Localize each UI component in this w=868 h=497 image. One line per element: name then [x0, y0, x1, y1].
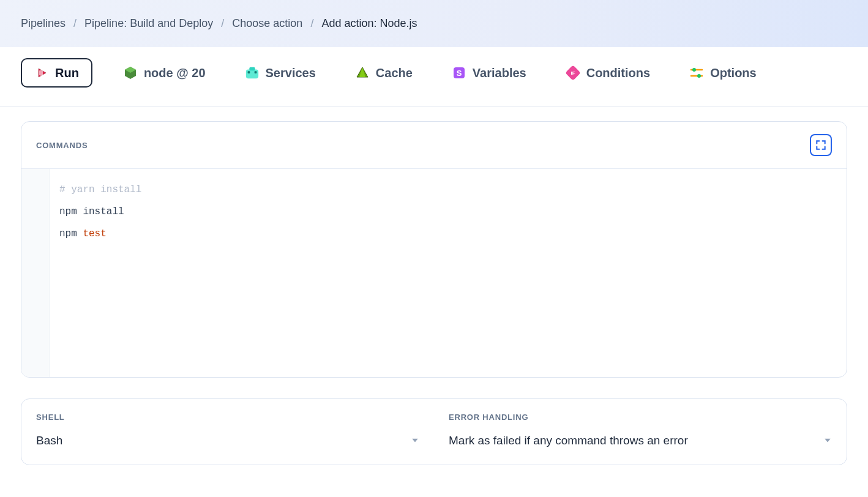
tab-cache-label: Cache: [376, 66, 413, 80]
breadcrumb-choose-action[interactable]: Choose action: [232, 17, 302, 29]
services-icon: [245, 65, 260, 80]
svg-text:S: S: [457, 69, 462, 78]
svg-point-11: [697, 74, 701, 78]
tab-variables[interactable]: S Variables: [443, 59, 535, 86]
variables-icon: S: [452, 65, 466, 80]
nodejs-icon: [123, 65, 138, 80]
tab-node-label: node @ 20: [144, 66, 206, 80]
shell-field: SHELL Bash: [21, 399, 434, 465]
commands-editor[interactable]: # yarn install npm install npm test: [21, 169, 847, 377]
fullscreen-icon: [815, 139, 827, 151]
tab-node[interactable]: node @ 20: [114, 59, 214, 86]
svg-rect-3: [254, 71, 256, 73]
options-icon: [689, 65, 704, 80]
tab-services[interactable]: Services: [236, 59, 324, 86]
breadcrumb-separator: /: [221, 17, 224, 29]
play-icon: [34, 65, 49, 80]
tab-conditions[interactable]: IF Conditions: [557, 59, 659, 86]
svg-rect-2: [247, 71, 250, 73]
breadcrumb-separator: /: [310, 17, 313, 29]
tab-services-label: Services: [266, 66, 316, 80]
code-line-1: # yarn install: [59, 184, 141, 195]
tab-conditions-label: Conditions: [586, 66, 650, 80]
code-line-2: npm install: [59, 206, 124, 217]
commands-panel: COMMANDS # yarn install npm install npm …: [21, 121, 847, 378]
breadcrumb-current: Add action: Node.js: [321, 17, 417, 29]
shell-label: SHELL: [36, 413, 419, 422]
error-handling-select[interactable]: Mark as failed if any command throws an …: [449, 434, 832, 447]
shell-select[interactable]: Bash: [36, 434, 419, 447]
code-line-3-keyword: test: [83, 228, 106, 239]
error-handling-label: ERROR HANDLING: [449, 413, 832, 422]
breadcrumb-separator: /: [73, 17, 77, 29]
shell-value: Bash: [36, 434, 62, 447]
tab-variables-label: Variables: [473, 66, 526, 80]
breadcrumb-pipeline-build-deploy[interactable]: Pipeline: Build and Deploy: [84, 17, 213, 29]
svg-point-9: [692, 68, 696, 72]
tab-cache[interactable]: Cache: [346, 59, 421, 86]
editor-code-area[interactable]: # yarn install npm install npm test: [50, 169, 847, 377]
main-content: COMMANDS # yarn install npm install npm …: [0, 106, 868, 497]
tab-run-label: Run: [55, 66, 79, 80]
breadcrumb-pipelines[interactable]: Pipelines: [21, 17, 65, 29]
tabs-bar: Run node @ 20 Services Cache S Variables…: [0, 47, 868, 106]
tab-run[interactable]: Run: [21, 58, 92, 88]
commands-label: COMMANDS: [36, 141, 88, 150]
shell-error-panel: SHELL Bash ERROR HANDLING Mark as failed…: [21, 398, 847, 465]
fullscreen-button[interactable]: [810, 134, 832, 156]
code-line-3-cmd: npm: [59, 228, 83, 239]
cache-icon: [355, 65, 370, 80]
commands-panel-header: COMMANDS: [21, 122, 847, 169]
chevron-down-icon: [823, 434, 832, 447]
error-handling-field: ERROR HANDLING Mark as failed if any com…: [434, 399, 847, 465]
svg-rect-1: [249, 67, 255, 71]
breadcrumb: Pipelines / Pipeline: Build and Deploy /…: [0, 0, 868, 47]
tab-options[interactable]: Options: [681, 59, 765, 86]
error-handling-value: Mark as failed if any command throws an …: [449, 434, 688, 447]
editor-gutter: [21, 169, 50, 377]
svg-rect-0: [245, 69, 258, 78]
conditions-icon: IF: [566, 65, 580, 80]
chevron-down-icon: [411, 434, 419, 447]
tab-options-label: Options: [710, 66, 757, 80]
svg-text:IF: IF: [571, 70, 575, 76]
